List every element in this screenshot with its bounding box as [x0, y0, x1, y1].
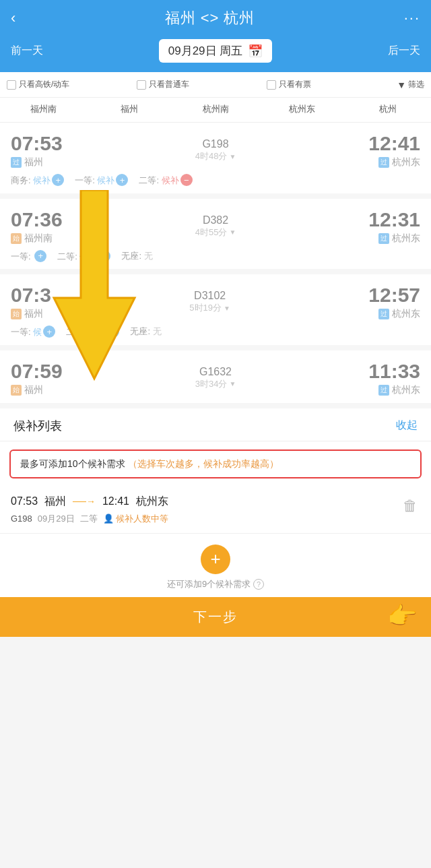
depart-time-d382: 07:36 — [11, 208, 63, 231]
tab-hangzhou[interactable]: 杭州 — [345, 98, 431, 122]
delete-button[interactable]: 🗑 — [400, 495, 420, 518]
tab-hangzhoudong[interactable]: 杭州东 — [259, 98, 345, 122]
person-icon: 👤 — [103, 514, 114, 524]
checkbox-high-speed[interactable] — [7, 80, 16, 90]
ticket-add-d3102-1[interactable]: + — [43, 326, 55, 338]
more-button[interactable]: ··· — [404, 9, 420, 27]
arrive-station-g1632: 杭州东 — [392, 384, 420, 396]
hint-info-icon[interactable]: ? — [253, 579, 264, 590]
depart-badge-d382: 始 — [11, 233, 22, 244]
train-no-g1632: G1632 — [63, 366, 369, 378]
depart-badge-g198: 过 — [11, 157, 22, 168]
next-step-button[interactable]: 下一步 — [193, 608, 238, 626]
filter-normal-label: 只看普通车 — [149, 79, 189, 90]
arrive-badge-d382: 过 — [378, 233, 389, 244]
tab-fuzhou[interactable]: 福州 — [86, 98, 172, 122]
ticket-remove-2[interactable]: − — [180, 174, 193, 186]
filter-button[interactable]: ▼ 筛选 — [397, 79, 424, 90]
booking-depart-station: 福州 — [44, 495, 66, 509]
ticket-d3102-1: 一等: 候+ — [11, 326, 55, 338]
depart-badge-g1632: 始 — [11, 385, 22, 396]
next-day-button[interactable]: 后一天 — [388, 44, 420, 58]
tab-fuzhounan[interactable]: 福州南 — [0, 98, 86, 122]
filter-icon: ▼ — [397, 80, 406, 90]
ticket-add-d3102-2[interactable]: + — [107, 326, 119, 338]
train-card-d3102[interactable]: 07:3 始 福州 D3102 5时19分 ▼ 12:57 过 杭州东 — [0, 274, 431, 350]
train-list: 07:53 过 福州 G198 4时48分 ▼ 12:41 过 杭州东 — [0, 123, 431, 408]
page-title: 福州 <> 杭州 — [165, 8, 255, 28]
arrive-badge-d3102: 过 — [378, 309, 389, 319]
booking-route: 07:53 福州 ──→ 12:41 杭州东 — [11, 495, 168, 509]
depart-badge-d3102: 始 — [11, 309, 22, 319]
depart-time-g198: 07:53 — [11, 132, 63, 155]
panel-title: 候补列表 — [13, 418, 62, 434]
ticket-d3102-2: 二等: 候补+ — [66, 326, 119, 338]
add-hint: 还可添加9个候补需求 ? — [167, 578, 264, 590]
station-tabs: 福州南 福州 杭州南 杭州东 杭州 — [0, 98, 431, 123]
bottom-bar[interactable]: 下一步 👉 — [0, 597, 431, 637]
depart-station-g1632: 福州 — [24, 384, 43, 396]
ticket-status-0: 候补 — [33, 175, 51, 185]
booking-item[interactable]: 07:53 福州 ──→ 12:41 杭州东 G198 09月29日 二等 👤 … — [0, 487, 431, 534]
duration-d3102: 5时19分 ▼ — [51, 302, 368, 314]
depart-time-d3102: 07:3 — [11, 284, 51, 307]
filter-bar: 只看高铁/动车 只看普通车 只看有票 ▼ 筛选 — [0, 72, 431, 98]
arrive-time-d3102: 12:57 — [368, 284, 420, 307]
ticket-class-2: 二等: 候补− — [139, 174, 192, 187]
plus-icon: + — [210, 549, 220, 569]
notice-box: 最多可添加10个候补需求 （选择车次越多，候补成功率越高） — [9, 450, 422, 478]
filter-high-speed-label: 只看高铁/动车 — [19, 79, 69, 90]
train-no-d3102: D3102 — [51, 290, 368, 302]
add-booking-button[interactable]: + — [201, 545, 230, 574]
ticket-class-0: 商务: 候补+ — [11, 174, 64, 187]
checkbox-available[interactable] — [267, 80, 276, 90]
arrive-time-g198: 12:41 — [368, 132, 420, 155]
booking-train-no: G198 — [11, 514, 32, 524]
ticket-status-1: 候补 — [97, 175, 114, 185]
date-bar: 前一天 09月29日 周五 📅 后一天 — [0, 35, 431, 72]
checkbox-normal[interactable] — [137, 80, 146, 90]
ticket-d382-1: 一等: + — [11, 250, 46, 263]
booking-date: 09月29日 — [38, 513, 75, 525]
prev-day-button[interactable]: 前一天 — [11, 44, 43, 58]
ticket-d382-2: 二等: 候补+ — [57, 250, 110, 263]
arrive-badge-g1632: 过 — [378, 385, 389, 396]
arrive-time-g1632: 11:33 — [368, 360, 420, 383]
duration-d382: 4时55分 ▼ — [63, 226, 369, 239]
filter-available-label: 只看有票 — [279, 79, 311, 90]
collapse-button[interactable]: 收起 — [396, 418, 418, 433]
booking-seat-class: 二等 — [80, 513, 98, 525]
duration-g198: 4时48分 ▼ — [63, 150, 369, 162]
train-card-g198[interactable]: 07:53 过 福州 G198 4时48分 ▼ 12:41 过 杭州东 — [0, 123, 431, 199]
train-card-g1632[interactable]: 07:59 始 福州 G1632 3时34分 ▼ 11:33 过 杭州东 — [0, 350, 431, 408]
filter-normal[interactable]: 只看普通车 — [137, 79, 263, 90]
ticket-d382-3: 无座: 无 — [121, 250, 152, 262]
back-button[interactable]: ‹ — [11, 9, 15, 27]
arrive-badge-g198: 过 — [378, 157, 389, 168]
arrive-time-d382: 12:31 — [368, 208, 420, 231]
date-picker[interactable]: 09月29日 周五 📅 — [159, 39, 273, 63]
filter-available[interactable]: 只看有票 — [267, 79, 393, 90]
filter-high-speed[interactable]: 只看高铁/动车 — [7, 79, 133, 90]
train-no-d382: D382 — [63, 214, 369, 226]
ticket-add-d382-2[interactable]: + — [98, 250, 110, 262]
waitlist-label: 候补人数中等 — [116, 513, 168, 525]
train-card-d382[interactable]: 07:36 始 福州南 D382 4时55分 ▼ 12:31 过 杭州东 — [0, 199, 431, 275]
calendar-icon: 📅 — [248, 44, 263, 59]
ticket-class-1: 一等: 候补+ — [75, 174, 128, 187]
arrive-station-d382: 杭州东 — [392, 232, 420, 245]
depart-time-g1632: 07:59 — [11, 360, 63, 383]
ticket-add-d382-1[interactable]: + — [34, 250, 46, 262]
notice-highlight: （选择车次越多，候补成功率越高） — [128, 458, 279, 469]
app-header: ‹ 福州 <> 杭州 ··· — [0, 0, 431, 35]
ticket-add-1[interactable]: + — [116, 174, 128, 186]
add-hint-text: 还可添加9个候补需求 — [167, 578, 251, 590]
booking-depart-time: 07:53 — [11, 495, 38, 507]
train-no-g198: G198 — [63, 138, 369, 150]
tab-hangzhounan[interactable]: 杭州南 — [172, 98, 259, 122]
ticket-add-0[interactable]: + — [52, 174, 64, 186]
arrive-station-d3102: 杭州东 — [392, 308, 420, 320]
filter-label: 筛选 — [408, 79, 424, 90]
depart-station-d3102: 福州 — [24, 308, 43, 320]
bottom-panel: 候补列表 收起 最多可添加10个候补需求 （选择车次越多，候补成功率越高） 07… — [0, 408, 431, 597]
